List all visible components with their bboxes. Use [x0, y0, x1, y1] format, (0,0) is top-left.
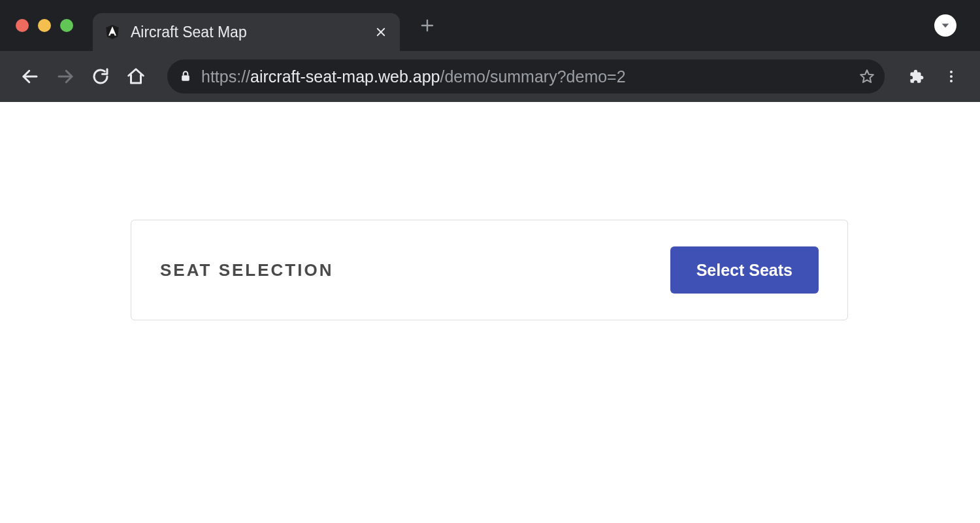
url-host: aircraft-seat-map.web.app	[250, 67, 440, 86]
svg-point-10	[950, 71, 953, 73]
extensions-button[interactable]	[900, 61, 932, 92]
window-maximize-button[interactable]	[60, 19, 73, 32]
url-text: https://aircraft-seat-map.web.app/demo/s…	[201, 67, 849, 86]
reload-button[interactable]	[85, 61, 116, 92]
profile-button[interactable]	[934, 14, 956, 37]
url-scheme: https://	[201, 67, 250, 86]
svg-rect-8	[182, 75, 189, 80]
tab-title: Aircraft Seat Map	[131, 24, 365, 41]
lock-icon	[179, 70, 192, 83]
browser-tab[interactable]: Aircraft Seat Map	[93, 13, 400, 51]
browser-toolbar: https://aircraft-seat-map.web.app/demo/s…	[0, 51, 980, 102]
close-tab-button[interactable]	[374, 25, 388, 39]
angular-icon	[103, 23, 122, 41]
page-content: SEAT SELECTION Select Seats	[0, 102, 980, 523]
seat-selection-heading: SEAT SELECTION	[160, 260, 333, 280]
seat-selection-card: SEAT SELECTION Select Seats	[131, 220, 848, 320]
bookmark-star-icon[interactable]	[858, 68, 875, 85]
browser-menu-button[interactable]	[936, 61, 967, 92]
window-minimize-button[interactable]	[38, 19, 51, 32]
tab-strip: Aircraft Seat Map	[0, 0, 980, 51]
home-button[interactable]	[120, 61, 152, 92]
url-path: /demo/summary?demo=2	[440, 67, 625, 86]
address-bar[interactable]: https://aircraft-seat-map.web.app/demo/s…	[167, 59, 885, 93]
window-close-button[interactable]	[16, 19, 29, 32]
select-seats-button[interactable]: Select Seats	[670, 246, 819, 294]
forward-button[interactable]	[50, 61, 81, 92]
svg-marker-5	[942, 24, 949, 27]
svg-point-11	[950, 75, 953, 78]
window-controls	[16, 19, 73, 32]
browser-chrome: Aircraft Seat Map	[0, 0, 980, 102]
svg-point-12	[950, 80, 953, 82]
svg-marker-9	[860, 70, 874, 82]
new-tab-button[interactable]	[414, 12, 440, 39]
back-button[interactable]	[14, 61, 46, 92]
